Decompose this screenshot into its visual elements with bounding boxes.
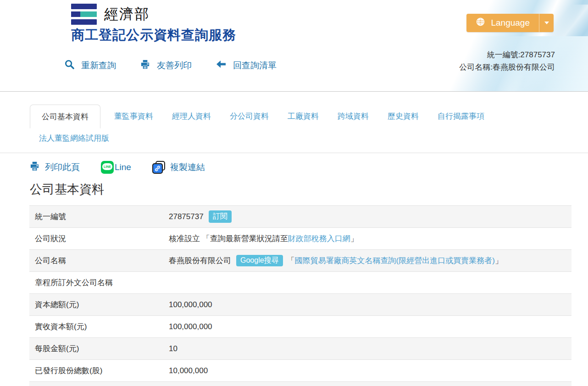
requery-button[interactable]: 重新查詢	[64, 59, 116, 72]
language-dropdown-toggle[interactable]	[539, 14, 554, 32]
tab-bar: 公司基本資料 董監事資料 經理人資料 分公司資料 工廠資料 跨域資料 歷史資料 …	[0, 92, 588, 153]
par-value: 10	[169, 344, 178, 353]
requery-label: 重新查詢	[81, 60, 116, 72]
table-row-par-value: 每股金額(元) 10	[29, 338, 571, 360]
tab-history[interactable]: 歷史資料	[381, 105, 426, 128]
language-label: Language	[491, 18, 530, 28]
row-label: 資本總額(元)	[29, 299, 169, 310]
share-line-label: Line	[115, 162, 131, 172]
company-uid-text: 統一編號:27875737	[459, 49, 555, 61]
company-identity: 統一編號:27875737 公司名稱:春燕股份有限公司	[459, 49, 555, 73]
table-row-uid: 統一編號 27875737 訂閱	[29, 206, 571, 228]
uid-value: 27875737	[169, 212, 204, 221]
row-label: 已發行股份總數(股)	[29, 365, 169, 376]
row-label: 公司名稱	[29, 255, 169, 266]
site-title: 商工登記公示資料查詢服務	[71, 26, 236, 44]
quote-open: 「	[287, 255, 295, 266]
friendly-print-label: 友善列印	[157, 60, 192, 72]
company-name-text: 公司名稱:春燕股份有限公司	[459, 61, 555, 73]
table-row-issued-shares: 已發行股份總數(股) 10,000,000	[29, 360, 571, 382]
toolbar: 重新查詢 友善列印 回查詢清單	[64, 59, 277, 72]
row-label: 章程所訂外文公司名稱	[29, 277, 169, 288]
print-this-page-button[interactable]: 列印此頁	[29, 161, 80, 174]
status-suffix: 」	[350, 233, 358, 244]
status-value: 核准設立 「查詢最新營業狀況請至	[169, 233, 288, 244]
quote-close: 」	[495, 255, 503, 266]
capital-value: 100,000,000	[169, 300, 212, 309]
tab-factories[interactable]: 工廠資料	[281, 105, 326, 128]
table-row-paid-in-capital: 實收資本額(元) 100,000,000	[29, 316, 571, 338]
back-arrow-icon	[216, 59, 227, 72]
row-label: 統一編號	[29, 211, 169, 222]
tab-branches[interactable]: 分公司資料	[223, 105, 276, 128]
agency-name: 經濟部	[104, 5, 150, 24]
tab-company-basic[interactable]: 公司基本資料	[30, 105, 100, 128]
search-icon	[64, 59, 75, 72]
share-actions: 列印此頁 LINE Line 複製連結	[0, 153, 588, 174]
table-row-status: 公司狀況 核准設立 「查詢最新營業狀況請至 財政部稅務入口網 」	[29, 228, 571, 250]
caret-down-icon	[544, 22, 549, 27]
language-button[interactable]: Language	[466, 14, 554, 32]
table-row-foreign-name: 章程所訂外文公司名稱	[29, 272, 571, 294]
row-label: 實收資本額(元)	[29, 321, 169, 332]
paid-in-capital-value: 100,000,000	[169, 322, 212, 331]
table-row-capital: 資本總額(元) 100,000,000	[29, 294, 571, 316]
tax-portal-link[interactable]: 財政部稅務入口網	[288, 233, 350, 244]
tab-self-disclosure[interactable]: 自行揭露事項	[431, 105, 491, 128]
subscribe-badge[interactable]: 訂閱	[209, 210, 232, 223]
page-title: 公司基本資料	[30, 181, 588, 198]
copy-link-button[interactable]: 複製連結	[152, 161, 205, 174]
issued-shares-value: 10,000,000	[169, 366, 208, 375]
page-header: 經濟部 商工登記公示資料查詢服務 重新查詢 友善列印 回查詢清單	[0, 0, 588, 92]
company-name-value: 春燕股份有限公司	[169, 255, 231, 266]
tab-managers[interactable]: 經理人資料	[165, 105, 218, 128]
moea-logo-icon	[71, 4, 97, 25]
row-label: 每股金額(元)	[29, 343, 169, 354]
share-line-button[interactable]: LINE Line	[101, 161, 131, 174]
row-label: 公司狀況	[29, 233, 169, 244]
line-icon: LINE	[101, 161, 114, 174]
moea-logo[interactable]: 經濟部	[71, 4, 150, 25]
friendly-print-button[interactable]: 友善列印	[140, 59, 192, 72]
globe-icon	[476, 17, 485, 29]
tab-cross-domain[interactable]: 跨域資料	[331, 105, 376, 128]
tab-corporate-director-network[interactable]: 法人董監網絡試用版	[39, 130, 583, 146]
copy-link-label: 複製連結	[170, 161, 205, 173]
printer-icon	[29, 161, 40, 174]
printer-icon	[140, 59, 150, 72]
copy-link-icon	[152, 161, 165, 174]
table-row-next-clipped	[29, 382, 571, 386]
back-to-list-label: 回查詢清單	[233, 60, 277, 72]
print-this-page-label: 列印此頁	[45, 161, 80, 173]
trade-english-name-link[interactable]: 國際貿易署廠商英文名稱查詢(限經營出進口或買賣業務者)	[295, 255, 495, 266]
back-to-list-button[interactable]: 回查詢清單	[216, 59, 277, 72]
table-row-company-name: 公司名稱 春燕股份有限公司 Google搜尋 「 國際貿易署廠商英文名稱查詢(限…	[29, 250, 571, 272]
tab-directors[interactable]: 董監事資料	[107, 105, 160, 128]
company-basic-info-table: 統一編號 27875737 訂閱 公司狀況 核准設立 「查詢最新營業狀況請至 財…	[29, 205, 571, 386]
google-search-badge[interactable]: Google搜尋	[236, 255, 283, 266]
